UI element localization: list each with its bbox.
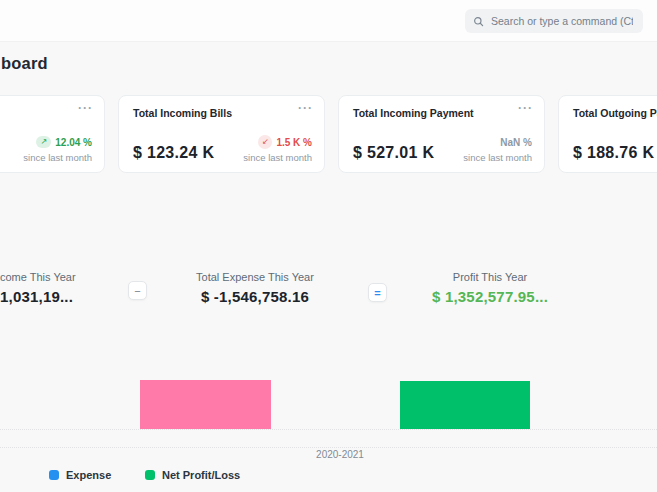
stat-card-clipped-left: ··· ↗ 12.04 % since last month [0, 95, 105, 173]
legend-label: Expense [66, 469, 111, 481]
expense-value: $ -1,546,758.16 [145, 288, 365, 305]
stat-card-total-incoming-payment: Total Incoming Payment ··· $ 527.01 K Na… [338, 95, 545, 173]
summary-income: come This Year 1,031,19... [0, 271, 76, 305]
legend-label: Net Profit/Loss [162, 469, 240, 481]
since-last-month-label: since last month [243, 152, 312, 163]
profit-label: Profit This Year [380, 271, 600, 283]
stat-card-total-outgoing-payment: Total Outgoing Payment $ 188.76 K [558, 95, 657, 173]
trend-down-icon: ↙ [258, 135, 272, 149]
summary-expense: Total Expense This Year $ -1,546,758.16 [145, 271, 365, 305]
card-menu-ellipsis-icon[interactable]: ··· [518, 101, 533, 115]
minus-icon: − [134, 285, 140, 297]
stat-card-total-incoming-bills: Total Incoming Bills ··· $ 123.24 K ↙ 1.… [118, 95, 325, 173]
profit-value: $ 1,352,577.95... [380, 288, 600, 305]
expense-bar[interactable] [140, 380, 271, 429]
card-value: $ 527.01 K [353, 144, 434, 162]
global-search[interactable] [465, 9, 643, 33]
change-percent: 12.04 % [55, 137, 92, 148]
income-label-clipped: come This Year [0, 271, 76, 283]
net-profit-bar[interactable] [400, 381, 530, 429]
chart-gridline-zero [0, 429, 657, 430]
card-value: $ 188.76 K [573, 144, 654, 162]
change-percent: NaN % [500, 137, 532, 148]
card-value: $ 123.24 K [133, 144, 214, 162]
expense-label: Total Expense This Year [145, 271, 365, 283]
net-profit-legend-swatch [145, 470, 155, 480]
since-last-month-label: since last month [23, 152, 92, 163]
navbar [0, 0, 657, 42]
expense-legend-swatch [49, 470, 59, 480]
search-icon [473, 16, 484, 27]
dashboard-page: board ··· ↗ 12.04 % since last month Tot… [0, 0, 657, 492]
legend-item-expense: Expense [49, 469, 111, 481]
card-title: Total Incoming Bills [133, 107, 310, 119]
card-title: Total Outgoing Payment [573, 107, 657, 119]
income-value-clipped: 1,031,19... [0, 288, 76, 305]
search-input[interactable] [489, 14, 635, 28]
card-menu-ellipsis-icon[interactable]: ··· [78, 101, 93, 115]
chart-gridline-base [0, 447, 657, 448]
legend-item-net-profit-loss: Net Profit/Loss [145, 469, 240, 481]
page-title: board [1, 54, 48, 73]
since-last-month-label: since last month [463, 152, 532, 163]
trend-up-icon: ↗ [36, 136, 51, 148]
card-menu-ellipsis-icon[interactable]: ··· [298, 101, 313, 115]
change-percent: 1.5 K % [276, 137, 312, 148]
summary-profit: Profit This Year $ 1,352,577.95... [380, 271, 600, 305]
card-title: Total Incoming Payment [353, 107, 530, 119]
x-axis-tick-label: 2020-2021 [290, 449, 390, 460]
